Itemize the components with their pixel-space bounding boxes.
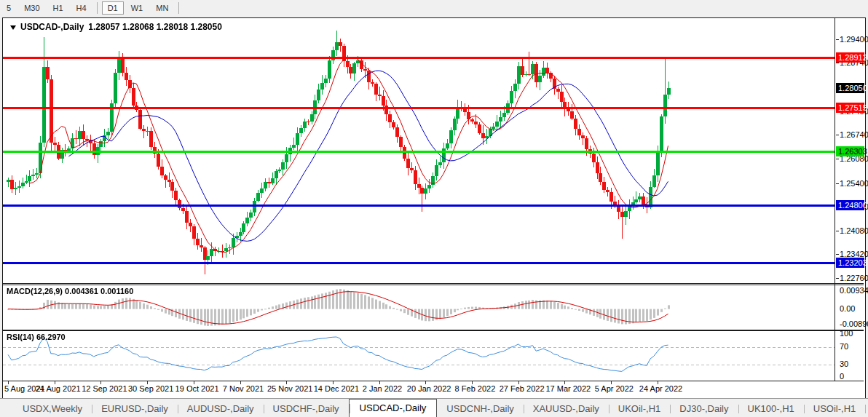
tab-usdchf-daily[interactable]: USDCHF-,Daily	[264, 400, 349, 417]
price-pane: USDCAD-,Daily 1.28057 1.28068 1.28018 1.…	[3, 18, 864, 284]
date-label: 24 Apr 2022	[639, 384, 682, 393]
rsi-canvas[interactable]	[3, 331, 835, 381]
timeframe-toolbar: 5M30H1H4D1W1MN	[0, 0, 868, 16]
tab-eurusd-daily[interactable]: EURUSD-,Daily	[92, 400, 178, 417]
date-label: 17 Mar 2022	[545, 384, 591, 393]
chart-window: USDCAD-,Daily 1.28057 1.28068 1.28018 1.…	[2, 17, 866, 399]
tabs: USDX,WeeklyEURUSD-,DailyAUDUSD-,DailyUSD…	[13, 399, 868, 417]
symbol-tab-bar: USDX,WeeklyEURUSD-,DailyAUDUSD-,DailyUSD…	[0, 398, 868, 417]
date-label: 25 Nov 2021	[267, 384, 312, 393]
price-tick-label: 1.25400	[840, 179, 868, 188]
price-tick-label: 1.29400	[840, 35, 868, 44]
symbol-name: USDCAD-,Daily	[20, 22, 84, 32]
toolbar-separator	[97, 2, 98, 14]
indicator-axis-label: 0.00	[840, 304, 855, 313]
date-label: 8 Feb 2022	[455, 384, 496, 393]
timeframe-button-h1[interactable]: H1	[47, 1, 69, 15]
chart-title: USDCAD-,Daily 1.28057 1.28068 1.28018 1.…	[10, 22, 222, 32]
rsi-pane	[3, 330, 864, 381]
tab-audusd-daily[interactable]: AUDUSD-,Daily	[178, 400, 264, 417]
date-label: 19 Oct 2021	[175, 384, 219, 393]
tab-usdx-weekly[interactable]: USDX,Weekly	[13, 400, 92, 417]
indicator-axis-label: 70	[840, 342, 848, 351]
indicator-axis-label: 0	[840, 372, 844, 381]
trading-terminal: 5M30H1H4D1W1MN USDCAD-,Daily 1.28057 1.2…	[0, 0, 868, 417]
price-badge-1.27515: 1.27515	[836, 103, 864, 113]
indicator-axis-label: 0.009345	[840, 286, 868, 295]
date-label: 24 Aug 2021	[36, 384, 81, 393]
timeframe-button-d1[interactable]: D1	[102, 1, 124, 15]
indicator-axis-label: -0.008902	[840, 319, 868, 328]
price-tick-label: 1.22760	[840, 274, 868, 282]
tab-hk50-h1[interactable]: HK50-,H1	[865, 400, 868, 417]
indicator-axis-label: 100	[840, 329, 853, 338]
date-axis: 5 Aug 202124 Aug 202112 Sep 202130 Sep 2…	[3, 381, 864, 397]
date-label: 14 Dec 2021	[314, 384, 359, 393]
price-badge-1.28050: 1.28050	[836, 83, 864, 93]
tab-usoil-h1[interactable]: USOil-,H1	[804, 400, 866, 417]
tab-usdcad-daily[interactable]: USDCAD-,Daily	[349, 399, 438, 417]
timeframe-button-m30[interactable]: M30	[18, 1, 45, 15]
tab-usdcnh-daily[interactable]: USDCNH-,Daily	[437, 400, 523, 417]
timeframe-button-h4[interactable]: H4	[71, 1, 92, 15]
timeframe-button-mn[interactable]: MN	[150, 1, 174, 15]
tab-xauusd-daily[interactable]: XAUUSD-,Daily	[524, 400, 609, 417]
price-tick-label: 1.24080	[840, 226, 868, 235]
indicator-axis-label: 30	[840, 360, 848, 368]
symbol-caret-icon	[10, 25, 16, 30]
price-axis-border	[835, 18, 835, 381]
date-label: 30 Sep 2021	[128, 384, 173, 393]
price-badge-1.23203: 1.23203	[836, 258, 864, 268]
ohlc-readout: 1.28057 1.28068 1.28018 1.28050	[88, 22, 222, 32]
price-badge-1.26303: 1.26303	[836, 146, 864, 156]
date-label: 27 Feb 2022	[500, 384, 545, 393]
tab-ukoil-h1[interactable]: UKOil-,H1	[609, 400, 671, 417]
price-badge-1.24800: 1.24800	[836, 200, 864, 210]
timeframe-button-w1[interactable]: W1	[125, 1, 149, 15]
price-badge-1.28912: 1.28912	[836, 52, 864, 63]
macd-label: MACD(12,26,9) 0.004361 0.001160	[7, 287, 133, 295]
date-label: 20 Jan 2022	[407, 384, 451, 393]
tab-dj30-daily[interactable]: DJ30-,Daily	[670, 400, 738, 417]
toolbar-separator	[178, 2, 179, 14]
price-chart-canvas[interactable]	[3, 18, 835, 283]
rsi-label: RSI(14) 66.2970	[7, 333, 66, 341]
date-label: 12 Sep 2021	[82, 384, 127, 393]
price-tick-label: 1.26740	[840, 130, 868, 139]
date-label: 7 Nov 2021	[223, 384, 264, 393]
date-label: 5 Apr 2022	[595, 384, 634, 393]
tab-uk100-h1[interactable]: UK100-,H1	[738, 400, 804, 417]
timeframe-button-5[interactable]: 5	[1, 1, 17, 15]
date-label: 2 Jan 2022	[363, 384, 402, 393]
